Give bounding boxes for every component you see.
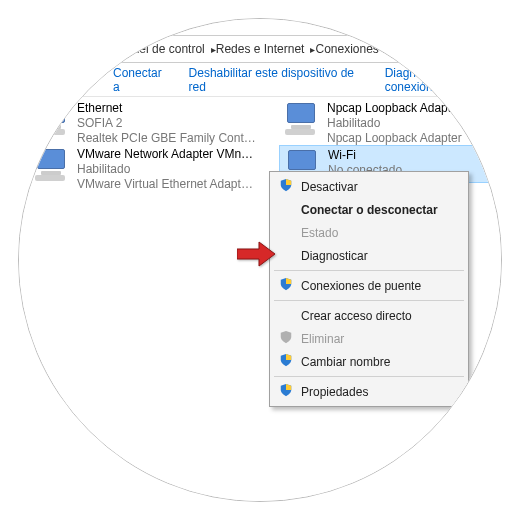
menu-separator bbox=[274, 270, 464, 271]
connect-to-button[interactable]: Conectar a bbox=[113, 66, 169, 94]
disable-device-button[interactable]: Deshabilitar este dispositivo de red bbox=[189, 66, 365, 94]
adapter-name: Ethernet bbox=[77, 101, 257, 116]
clip-circle: e red ◄ ► Panel de control▸ Redes e Inte… bbox=[18, 18, 502, 502]
shield-icon bbox=[279, 178, 293, 195]
adapter-device: Npcap Loopback Adapter bbox=[327, 131, 462, 146]
menu-label: Diagnosticar bbox=[301, 249, 368, 263]
adapter-item-partial[interactable] bbox=[501, 101, 502, 133]
shield-icon bbox=[279, 330, 293, 347]
adapter-name: Wi-Fi bbox=[328, 148, 402, 163]
menu-item-properties[interactable]: Propiedades bbox=[273, 380, 465, 403]
adapter-device: Realtek PCIe GBE Family Controller bbox=[77, 131, 257, 146]
toolbar: nizar▾ Conectar a Deshabilitar este disp… bbox=[18, 63, 502, 97]
network-adapter-icon bbox=[501, 101, 502, 133]
breadcrumb-item[interactable]: Conexiones de red▸ bbox=[315, 42, 427, 56]
titlebar: e red bbox=[18, 18, 502, 31]
adapter-item-partial[interactable] bbox=[501, 147, 502, 179]
menu-label: Propiedades bbox=[301, 385, 368, 399]
control-panel-icon bbox=[98, 41, 112, 58]
breadcrumb-label: Panel de control bbox=[118, 42, 205, 56]
adapter-status: Habilitado bbox=[327, 116, 462, 131]
organize-menu[interactable]: nizar bbox=[41, 73, 67, 87]
viewport: e red ◄ ► Panel de control▸ Redes e Inte… bbox=[0, 0, 520, 520]
network-adapter-icon bbox=[31, 101, 71, 133]
breadcrumb-label: Conexiones de red bbox=[315, 42, 416, 56]
chevron-right-icon: ▸ bbox=[422, 44, 427, 55]
nav-buttons: ◄ ► bbox=[32, 39, 90, 59]
adapter-status: Habilitado bbox=[77, 162, 257, 177]
menu-item-rename[interactable]: Cambiar nombre bbox=[273, 350, 465, 373]
breadcrumb-item[interactable]: Panel de control▸ bbox=[118, 42, 216, 56]
pointer-arrow-icon bbox=[237, 241, 277, 270]
adapter-name: Npcap Loopback Adapter bbox=[327, 101, 462, 116]
adapter-item-npcap[interactable]: Npcap Loopback Adapter Habilitado Npcap … bbox=[281, 101, 462, 146]
shield-icon bbox=[279, 383, 293, 400]
menu-item-connect[interactable]: Conectar o desconectar bbox=[273, 198, 465, 221]
context-menu: Desactivar Conectar o desconectar Estado… bbox=[269, 171, 469, 407]
adapter-status: SOFIA 2 bbox=[77, 116, 257, 131]
back-button[interactable]: ◄ bbox=[38, 39, 60, 59]
adapter-item-ethernet[interactable]: Ethernet SOFIA 2 Realtek PCIe GBE Family… bbox=[31, 101, 257, 146]
menu-label: Estado bbox=[301, 226, 338, 240]
shield-icon bbox=[279, 277, 293, 294]
menu-item-shortcut[interactable]: Crear acceso directo bbox=[273, 304, 465, 327]
address-bar[interactable]: ◄ ► Panel de control▸ Redes e Internet▸ … bbox=[31, 35, 502, 63]
menu-label: Eliminar bbox=[301, 332, 344, 346]
menu-separator bbox=[274, 376, 464, 377]
adapter-name: VMware Network Adapter VMnet8 bbox=[77, 147, 257, 162]
menu-label: Conexiones de puente bbox=[301, 279, 421, 293]
menu-item-deactivate[interactable]: Desactivar bbox=[273, 175, 465, 198]
menu-item-diagnose[interactable]: Diagnosticar bbox=[273, 244, 465, 267]
content-area: Ethernet SOFIA 2 Realtek PCIe GBE Family… bbox=[18, 97, 502, 113]
menu-label: Conectar o desconectar bbox=[301, 203, 438, 217]
network-adapter-icon bbox=[501, 147, 502, 179]
menu-item-state: Estado bbox=[273, 221, 465, 244]
diagnose-connection-button[interactable]: Diagnosticar esta conexión bbox=[385, 66, 502, 94]
menu-item-bridge[interactable]: Conexiones de puente bbox=[273, 274, 465, 297]
window: e red ◄ ► Panel de control▸ Redes e Inte… bbox=[18, 18, 502, 502]
menu-label: Crear acceso directo bbox=[301, 309, 412, 323]
adapter-device: VMware Virtual Ethernet Adapter ... bbox=[77, 177, 257, 192]
shield-icon bbox=[279, 353, 293, 370]
menu-item-delete: Eliminar bbox=[273, 327, 465, 350]
menu-separator bbox=[274, 300, 464, 301]
forward-button[interactable]: ► bbox=[62, 39, 84, 59]
title-text: e red bbox=[101, 18, 131, 24]
network-adapter-icon bbox=[281, 101, 321, 133]
breadcrumb-label: Redes e Internet bbox=[216, 42, 305, 56]
breadcrumb-item[interactable]: Redes e Internet▸ bbox=[216, 42, 316, 56]
menu-label: Desactivar bbox=[301, 180, 358, 194]
adapter-item-vmware[interactable]: VMware Network Adapter VMnet8 Habilitado… bbox=[31, 147, 257, 192]
menu-label: Cambiar nombre bbox=[301, 355, 390, 369]
network-adapter-icon bbox=[31, 147, 71, 179]
